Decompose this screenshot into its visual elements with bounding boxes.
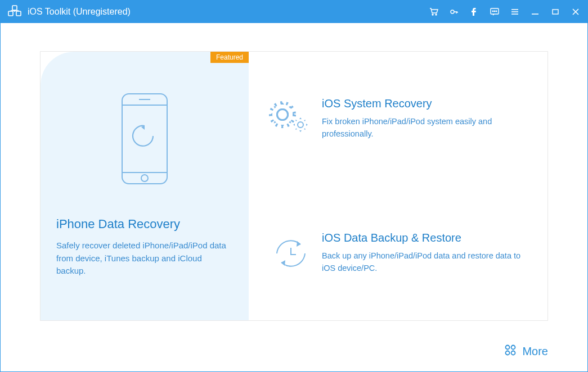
app-title: iOS Toolkit (Unregistered) [28, 7, 131, 17]
card-title: iOS Data Backup & Restore [322, 232, 531, 244]
more-label: More [522, 345, 548, 358]
titlebar-left: iOS Toolkit (Unregistered) [7, 4, 131, 19]
svg-point-24 [141, 175, 148, 182]
more-grid-icon [504, 344, 517, 359]
app-logo-icon [7, 4, 22, 19]
featured-badge: Featured [210, 52, 249, 63]
svg-point-28 [273, 106, 291, 124]
svg-point-31 [298, 122, 303, 128]
feedback-icon[interactable] [490, 7, 500, 17]
svg-point-13 [496, 11, 496, 11]
svg-point-35 [511, 351, 515, 355]
svg-rect-21 [122, 94, 167, 184]
close-icon[interactable] [571, 7, 581, 17]
phone-recovery-icon [116, 91, 173, 189]
svg-rect-0 [12, 6, 17, 10]
svg-point-9 [451, 10, 454, 13]
card-ios-system-recovery[interactable]: iOS System Recovery Fix broken iPhone/iP… [249, 52, 547, 186]
card-ios-backup-restore[interactable]: iOS Data Backup & Restore Back up any iP… [249, 186, 547, 320]
svg-point-7 [432, 14, 433, 15]
card-text: iOS Data Backup & Restore Back up any iP… [322, 232, 531, 275]
svg-rect-2 [16, 11, 21, 16]
minimize-icon[interactable] [530, 7, 540, 17]
card-title: iOS System Recovery [322, 97, 531, 110]
titlebar-actions [429, 7, 581, 17]
main-content: Featured iPhone Data Recovery Safely rec… [1, 23, 587, 371]
svg-rect-1 [8, 11, 13, 16]
card-title: iPhone Data Recovery [56, 217, 180, 232]
more-button[interactable]: More [504, 344, 548, 359]
backup-restore-icon [260, 231, 322, 276]
facebook-icon[interactable] [469, 7, 479, 17]
card-iphone-data-recovery[interactable]: Featured iPhone Data Recovery Safely rec… [41, 52, 249, 320]
feature-grid: Featured iPhone Data Recovery Safely rec… [40, 51, 548, 321]
svg-point-11 [492, 11, 493, 11]
card-description: Safely recover deleted iPhone/iPad/iPod … [56, 239, 233, 278]
gears-icon [260, 97, 322, 142]
svg-point-12 [494, 11, 495, 11]
cart-icon[interactable] [429, 7, 439, 17]
svg-point-32 [506, 346, 510, 350]
menu-icon[interactable] [510, 7, 520, 17]
svg-point-33 [511, 346, 515, 350]
maximize-icon[interactable] [550, 7, 560, 17]
svg-point-34 [506, 351, 510, 355]
svg-point-30 [277, 110, 288, 120]
card-description: Back up any iPhone/iPad/iPod data and re… [322, 250, 531, 275]
key-icon[interactable] [449, 7, 459, 17]
card-description: Fix broken iPhone/iPad/iPod system easil… [322, 116, 531, 140]
app-window: iOS Toolkit (Unregistered) [0, 0, 588, 372]
titlebar: iOS Toolkit (Unregistered) [1, 1, 587, 23]
svg-point-8 [436, 14, 437, 15]
card-text: iOS System Recovery Fix broken iPhone/iP… [322, 97, 531, 140]
svg-rect-18 [553, 10, 558, 14]
